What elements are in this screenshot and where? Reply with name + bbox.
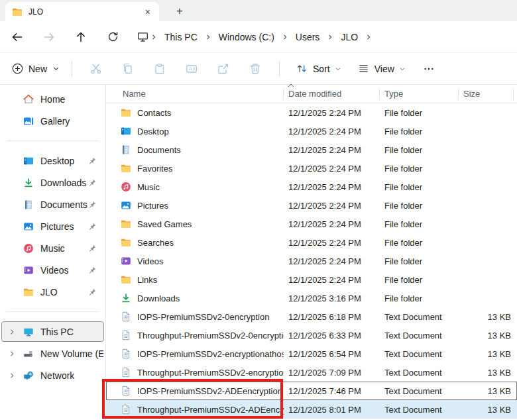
expand-chevron-icon[interactable] [2,327,22,337]
type-cell: File folder [380,164,459,174]
monitor-icon[interactable] [137,30,149,43]
column-header-name[interactable]: Name [106,88,284,100]
size-cell: 13 KB [459,368,514,378]
chevron-down-icon [335,66,341,72]
column-header-date-modified[interactable]: Date modified [284,88,380,100]
music-icon [22,243,35,254]
file-name-cell: Music [106,182,284,192]
share-button[interactable] [207,62,239,76]
navigation-bar: This PCWindows (C:)UsersJLO [0,21,517,53]
column-header-row: NameDate modifiedTypeSize [106,85,517,103]
tab-close-icon[interactable]: × [143,7,152,17]
back-button[interactable] [1,30,33,44]
sidebar-item-label: Pictures [40,221,87,232]
file-row-favorites[interactable]: Favorites12/1/2025 2:24 PMFile folder [106,159,517,178]
file-row-saved-games[interactable]: Saved Games12/1/2025 2:24 PMFile folder [106,215,517,233]
sort-button-label: Sort [313,64,330,74]
type-cell: Text Document [380,386,459,396]
sort-ascending-icon [288,83,294,87]
thispc-icon [22,327,35,337]
sidebar-item-downloads[interactable]: Downloads [1,172,104,193]
file-name: Saved Games [137,219,192,229]
sidebar-item-home[interactable]: Home [1,89,104,109]
file-row-throughput-premiumssdv2-0encryption[interactable]: Throughput-PremiumSSDv2-0encryption12/1/… [106,326,517,344]
file-row-documents[interactable]: Documents12/1/2025 2:24 PMFile folder [106,140,517,159]
sidebar-item-this-pc[interactable]: This PC [1,321,104,342]
column-header-type[interactable]: Type [380,88,459,100]
more-options-button[interactable] [423,63,435,75]
column-header-label: Date modified [288,89,341,99]
paste-button[interactable] [144,62,176,76]
sidebar-item-pictures[interactable]: Pictures [1,216,104,236]
address-bar[interactable]: This PCWindows (C:)UsersJLO [137,29,373,45]
file-row-searches[interactable]: Searches12/1/2025 2:24 PMFile folder [106,233,517,252]
sidebar-item-music[interactable]: Music [1,238,104,258]
file-name: Favorites [137,164,172,174]
toolbar-divider [72,61,72,77]
expand-chevron-icon[interactable] [2,349,22,358]
sidebar-item-gallery[interactable]: Gallery [1,111,104,131]
textdoc-icon [121,348,131,359]
new-button[interactable]: New [12,63,60,74]
file-row-videos[interactable]: Videos12/1/2025 2:24 PMFile folder [106,252,517,270]
chevron-down-icon [399,66,406,72]
refresh-button[interactable] [97,30,129,43]
file-name: Downloads [137,293,180,303]
sidebar-item-jlo[interactable]: JLO [1,282,104,302]
file-row-links[interactable]: Links12/1/2025 2:24 PMFile folder [106,270,517,289]
file-row-iops-premiumssdv2-adeencryption[interactable]: IOPS-PremiumSSDv2-ADEencryption12/1/2025… [106,382,517,400]
sidebar-item-new-volume-e[interactable]: New Volume (E:) [1,343,104,364]
breadcrumb-item-users[interactable]: Users [290,29,326,45]
forward-button[interactable] [33,30,65,44]
sort-button[interactable]: Sort [296,62,341,75]
cut-button[interactable] [80,62,112,76]
date-modified-cell: 12/1/2025 2:24 PM [284,219,380,229]
file-name-cell: Desktop [106,126,284,136]
desktop-icon [121,126,131,136]
sidebar-separator [7,140,99,141]
file-row-iops-premiumssdv2-encryptionathost[interactable]: IOPS-PremiumSSDv2-encryptionathost12/1/2… [106,344,517,363]
tab-jlo[interactable]: JLO × [5,2,159,21]
expand-chevron-icon[interactable] [2,371,22,380]
file-row-throughput-premiumssdv2-encryption[interactable]: Throughput-PremiumSSDv2-encryption...12/… [106,363,517,382]
up-button[interactable] [65,30,97,44]
drive-icon [22,348,35,359]
file-row-desktop[interactable]: Desktop12/1/2025 2:24 PMFile folder [106,122,517,140]
file-row-throughput-premiumssdv2-adeencrypt[interactable]: Throughput-PremiumSSDv2-ADEencrypt...12/… [106,400,517,419]
file-row-contacts[interactable]: Contacts12/1/2025 2:24 PMFile folder [106,103,517,122]
sidebar-item-desktop[interactable]: Desktop [1,150,104,171]
file-name-cell: IOPS-PremiumSSDv2-0encryption [106,311,284,322]
content-area: HomeGalleryDesktopDownloadsDocumentsPict… [0,85,517,420]
date-modified-cell: 12/1/2025 2:24 PM [284,182,380,192]
textdoc-icon [121,367,131,378]
breadcrumb-item-windows-c[interactable]: Windows (C:) [213,29,280,45]
column-header-size[interactable]: Size [459,88,514,100]
sidebar-item-network[interactable]: Network [1,365,104,386]
sort-arrows-icon [296,62,308,75]
size-cell: 13 KB [459,405,514,415]
folder-icon [12,7,23,17]
file-name-cell: Links [106,274,284,285]
copy-button[interactable] [112,62,144,76]
rename-button[interactable]: A [176,62,207,76]
new-tab-button[interactable]: + [176,5,183,17]
view-button[interactable]: View [357,62,406,75]
file-name-cell: Downloads [106,293,284,303]
breadcrumb-item-this-pc[interactable]: This PC [158,29,203,45]
column-header-label: Size [463,89,480,99]
sidebar-item-videos[interactable]: Videos [1,260,104,280]
file-row-iops-premiumssdv2-0encryption[interactable]: IOPS-PremiumSSDv2-0encryption12/1/2025 6… [106,307,517,326]
breadcrumb-separator-icon [325,33,335,41]
file-row-downloads[interactable]: Downloads12/1/2025 3:16 PMFile folder [106,289,517,307]
file-row-music[interactable]: Music12/1/2025 2:24 PMFile folder [106,178,517,196]
date-modified-cell: 12/1/2025 2:24 PM [284,164,380,174]
delete-button[interactable] [239,62,271,76]
file-row-pictures[interactable]: Pictures12/1/2025 2:24 PMFile folder [106,196,517,215]
textdoc-icon [121,386,131,396]
file-name-cell: Videos [106,256,284,266]
file-name: Throughput-PremiumSSDv2-ADEencrypt... [137,405,284,415]
sidebar-item-documents[interactable]: Documents [1,194,104,215]
breadcrumb-item-jlo[interactable]: JLO [335,29,364,45]
date-modified-cell: 12/1/2025 2:24 PM [284,127,380,136]
breadcrumb-separator-icon [203,33,213,41]
